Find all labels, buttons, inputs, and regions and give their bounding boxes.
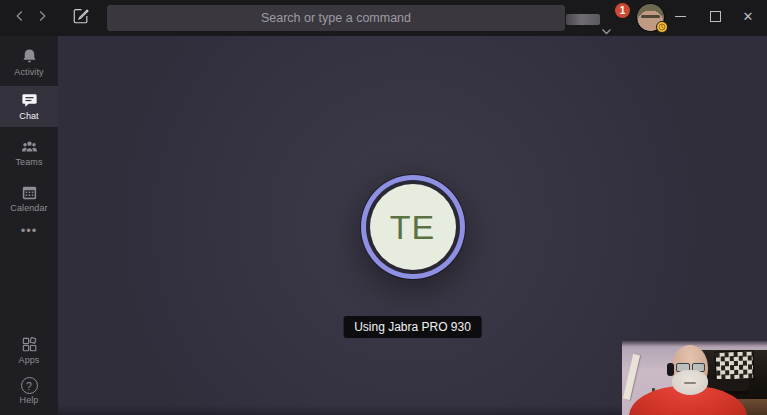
back-arrow-icon xyxy=(13,9,27,23)
maximize-icon xyxy=(710,11,721,22)
call-stage: TE Using Jabra PRO 930 xyxy=(58,36,767,415)
cam-checkered-box xyxy=(715,350,755,380)
title-bar: 1 ✕ xyxy=(0,0,767,36)
close-button[interactable]: ✕ xyxy=(732,0,764,32)
compose-icon xyxy=(72,7,90,25)
minimize-button[interactable] xyxy=(664,0,696,32)
close-icon: ✕ xyxy=(743,9,754,24)
help-icon: ? xyxy=(21,377,38,394)
sidebar-item-label: Help xyxy=(0,395,58,405)
cam-door-frame xyxy=(623,354,640,400)
sidebar-item-chat[interactable]: Chat xyxy=(0,86,58,127)
app-rail: Activity Chat Teams xyxy=(0,36,58,415)
back-button[interactable] xyxy=(8,0,32,32)
sidebar-item-apps[interactable]: Apps xyxy=(0,330,58,371)
chevron-down-icon xyxy=(601,28,612,36)
sidebar-item-label: Chat xyxy=(0,111,58,121)
forward-button[interactable] xyxy=(30,0,54,32)
forward-arrow-icon xyxy=(35,9,49,23)
sidebar-item-more[interactable]: ••• xyxy=(0,218,58,245)
sidebar-item-teams[interactable]: Teams xyxy=(0,132,58,173)
participant-initials: TE xyxy=(370,184,456,270)
account-menu-chevron[interactable] xyxy=(601,22,612,30)
sidebar-item-label: Activity xyxy=(0,67,58,77)
new-chat-button[interactable] xyxy=(66,0,96,32)
sidebar-item-label: Apps xyxy=(0,355,58,365)
notification-badge: 1 xyxy=(615,3,630,18)
bell-icon xyxy=(20,47,39,66)
sidebar-item-activity[interactable]: Activity xyxy=(0,42,58,83)
teams-window: 1 ✕ Activity Chat xyxy=(0,0,767,415)
cam-headset xyxy=(667,363,674,376)
account-name-blurred[interactable] xyxy=(566,14,600,25)
status-away-icon xyxy=(656,21,668,33)
sidebar-item-label: Calendar xyxy=(0,203,58,213)
sidebar-item-label: Teams xyxy=(0,157,58,167)
more-icon: ••• xyxy=(21,223,38,238)
people-icon xyxy=(20,137,39,156)
sidebar-item-help[interactable]: ? Help xyxy=(0,372,58,413)
calendar-icon xyxy=(20,183,39,202)
avatar-cap-brim xyxy=(641,15,660,18)
sidebar-item-calendar[interactable]: Calendar xyxy=(0,178,58,219)
chat-bubble-icon xyxy=(20,91,39,110)
cam-person-mouth xyxy=(684,382,696,384)
participant-avatar-ring: TE xyxy=(361,175,465,279)
apps-icon xyxy=(20,335,39,354)
maximize-button[interactable] xyxy=(699,0,731,32)
search-input[interactable] xyxy=(107,5,565,31)
self-video-preview[interactable] xyxy=(622,341,767,415)
minimize-icon xyxy=(675,16,686,17)
audio-device-toast: Using Jabra PRO 930 xyxy=(343,316,482,338)
